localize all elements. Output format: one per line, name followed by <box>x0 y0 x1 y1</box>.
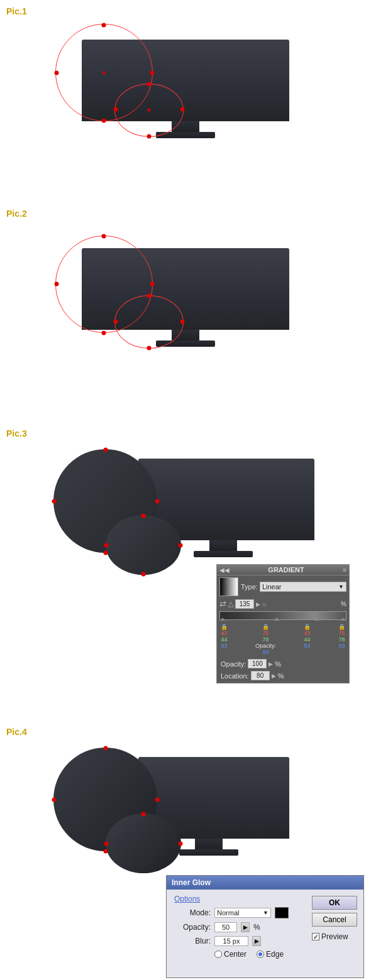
anchor-dot <box>102 23 106 28</box>
anchor-dot <box>114 107 118 112</box>
preview-checkbox[interactable]: ✓ Preview <box>312 932 357 941</box>
gradient-type-row: Type: Linear ▼ <box>217 575 349 598</box>
pic4-label: Pic.4 <box>6 727 27 737</box>
anchor-dot <box>147 346 152 351</box>
select-arrow: ▼ <box>338 584 344 590</box>
inner-glow-titlebar: Inner Glow <box>167 876 363 890</box>
gradient-preview[interactable] <box>219 577 238 596</box>
blob-circle-small-p4 <box>106 814 181 873</box>
anchor-dot <box>141 812 146 817</box>
reflect-icon[interactable]: △ <box>228 600 233 608</box>
location-arrow[interactable]: ▶ <box>272 673 276 679</box>
angle-input-box[interactable]: 135 <box>235 599 254 609</box>
panel-menu-icon[interactable]: ≡ <box>343 567 346 574</box>
inner-glow-dialog: Inner Glow Options Mode: Normal ▼ Opacit… <box>166 875 364 978</box>
inner-glow-body: Options Mode: Normal ▼ Opacity: 50 ▶ % <box>167 890 363 977</box>
anchor-dot <box>150 71 155 75</box>
cancel-button[interactable]: Cancel <box>312 913 357 927</box>
anchor-dot <box>155 798 160 802</box>
center-radio[interactable]: Center <box>214 950 246 959</box>
opacity-row: Opacity: 100 ▶ % <box>217 658 349 670</box>
blur-arrow[interactable]: ▶ <box>252 936 261 946</box>
anchor-dot <box>147 294 152 298</box>
opacity-pct: % <box>253 923 260 932</box>
opacity-label-small: Opacity: <box>255 643 276 649</box>
pic3-section: Pic.3 ◀◀ GRADIENT ≡ Type: <box>0 427 371 716</box>
gradient-title: GRADIENT <box>230 566 343 574</box>
center-dot-large <box>102 72 106 75</box>
anchor-dot <box>55 282 59 286</box>
anchor-dot <box>52 798 57 802</box>
dialog-buttons: OK Cancel ✓ Preview <box>312 896 357 941</box>
anchor-dot <box>150 282 155 286</box>
lock-icon[interactable]: 🔒 <box>221 624 228 630</box>
anchor-dot <box>180 107 185 112</box>
anchor-dot <box>155 499 160 504</box>
gradient-panel-titlebar: ◀◀ GRADIENT ≡ <box>217 565 349 575</box>
anchor-dot <box>114 320 118 324</box>
anchor-dot <box>141 572 146 577</box>
opacity-input[interactable]: 100 <box>248 659 267 668</box>
opacity-label: Opacity: <box>221 660 246 668</box>
blur-label: Blur: <box>174 937 211 945</box>
type-label: Type: <box>241 583 258 591</box>
anchor-dot <box>104 551 108 555</box>
anchor-dot <box>104 849 108 854</box>
location-input[interactable]: 80 <box>251 671 270 680</box>
anchor-dot <box>180 320 185 324</box>
lock-icon[interactable]: 🔒 <box>304 624 311 630</box>
location-label: Location: <box>221 672 249 680</box>
dither-icon: ○ <box>262 601 267 608</box>
mode-select[interactable]: Normal ▼ <box>214 908 271 918</box>
reverse-icon[interactable]: ⇄ <box>219 599 226 609</box>
pic4-section: Pic.4 Inner Glow Options Mode: Nor <box>0 726 371 980</box>
anchor-dot <box>102 119 106 123</box>
anchor-dot <box>104 746 108 751</box>
gradient-angle-row: ⇄ △ 135 ▶ ○ % <box>217 598 349 610</box>
anchor-dot <box>102 331 106 335</box>
edge-radio[interactable]: Edge <box>257 950 284 959</box>
stop3: 🔒 43 44 53 <box>304 624 311 655</box>
dither-label: % <box>341 601 346 607</box>
angle-arrow[interactable]: ▶ <box>256 601 260 607</box>
pic1-label: Pic.1 <box>6 6 27 16</box>
opacity-ig-label: Opacity: <box>174 923 211 932</box>
anchor-dot <box>141 514 146 518</box>
anchor-dot <box>147 134 152 139</box>
collapse-icon[interactable]: ◀◀ <box>219 567 230 574</box>
pic1-section: Pic.1 <box>0 5 371 193</box>
opacity-ig-arrow[interactable]: ▶ <box>241 922 250 932</box>
pic3-label: Pic.3 <box>6 428 27 438</box>
blur-input[interactable]: 15 px <box>214 936 248 946</box>
center-edge-row: Center Edge <box>214 950 356 959</box>
lock-icon[interactable]: 🔒 <box>262 624 269 630</box>
location-row: Location: 80 ▶ % <box>217 670 349 683</box>
mode-label: Mode: <box>174 908 211 917</box>
anchor-dot <box>52 499 57 504</box>
ok-button[interactable]: OK <box>312 896 357 910</box>
pic2-section: Pic.2 <box>0 207 371 402</box>
anchor-dot <box>104 842 109 846</box>
color-swatch[interactable] <box>275 907 289 918</box>
stop2: 🔒 75 78 Opacity: 93 <box>255 624 276 655</box>
gradient-panel: ◀◀ GRADIENT ≡ Type: Linear ▼ ⇄ △ 135 <box>216 564 350 683</box>
opacity-arrow[interactable]: ▶ <box>269 661 273 667</box>
stop4: 🔒 75 78 93 <box>338 624 345 655</box>
anchor-dot <box>147 82 152 87</box>
anchor-dot <box>104 543 109 548</box>
pic2-label: Pic.2 <box>6 209 27 219</box>
anchor-dot <box>102 234 106 239</box>
gradient-bar[interactable] <box>219 611 346 620</box>
opacity-ig-input[interactable]: 50 <box>214 922 237 932</box>
anchor-dot <box>55 71 59 75</box>
anchor-dot <box>104 448 108 452</box>
anchor-dot <box>179 543 183 548</box>
color-stops-row: 🔒 43 44 53 🔒 75 78 Opacity: 93 🔒 43 44 5… <box>217 621 349 658</box>
mode-select-arrow: ▼ <box>263 910 269 916</box>
lock-icon[interactable]: 🔒 <box>338 624 345 630</box>
type-select[interactable]: Linear ▼ <box>260 582 346 592</box>
ellipse-small-pic2 <box>114 295 184 349</box>
stop1: 🔒 43 44 53 <box>221 624 228 655</box>
center-dot-small <box>148 109 151 112</box>
blob-circle-small <box>106 515 181 575</box>
